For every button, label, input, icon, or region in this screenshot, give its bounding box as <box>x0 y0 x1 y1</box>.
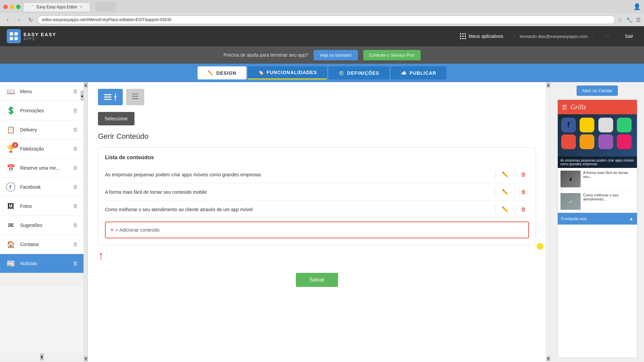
publicar-icon: ☁️ <box>401 70 407 76</box>
sidebar-scroll-down[interactable]: ▼ <box>0 352 84 362</box>
select-button[interactable]: Seleccione <box>98 112 135 125</box>
sidebar-delivery-delete-icon[interactable]: 🗑 <box>73 127 78 133</box>
content-top-buttons <box>98 89 536 105</box>
phone-contact-chevron: ▲ <box>629 216 634 221</box>
sidebar-item-noticias[interactable]: 📰 Notícias 🗑 <box>0 254 84 273</box>
sidebar-facebook-delete-icon[interactable]: 🗑 <box>73 184 78 190</box>
tutorials-button[interactable]: Veja os tutoriais! <box>314 50 358 60</box>
sidebar-scrollbar-up[interactable]: ▲ <box>84 83 88 87</box>
fotos-icon: 🖼 <box>5 201 16 212</box>
close-window-btn[interactable] <box>3 5 8 9</box>
sidebar-reserve-delete-icon[interactable]: 🗑 <box>73 165 78 171</box>
sidebar-fotos-label: Fotos <box>20 203 69 209</box>
sidebar-fotos-delete-icon[interactable]: 🗑 <box>73 203 78 209</box>
browser-titlebar: 📄 Easy Easy Apps Editor ✕ 👤 <box>0 0 644 13</box>
definicoes-tab-label: DEFINIÇÕES <box>347 70 379 76</box>
delete-item-1-button[interactable]: 🗑 <box>518 170 529 179</box>
add-content-button[interactable]: + + Adicionar conteúdo <box>105 222 529 238</box>
sugestoes-icon: ✉ <box>5 220 16 231</box>
maximize-window-btn[interactable] <box>16 5 20 9</box>
sidebar-scroll-area: 📖 Menu 🗑 💲 Promoções 🗑 📋 Delivery 🗑 🏆 <box>0 82 84 352</box>
edit-item-3-button[interactable]: ✏️ <box>499 205 511 214</box>
phone-app-header: ☰ Grillz <box>558 100 637 114</box>
save-button[interactable]: Salvar <box>296 273 338 287</box>
sidebar-sugestoes-delete-icon[interactable]: 🗑 <box>73 222 78 228</box>
sidebar-scroll-up[interactable]: ▲ <box>80 90 84 101</box>
divider-2b <box>515 188 515 196</box>
minimize-window-btn[interactable] <box>10 5 14 9</box>
pink-app-icon <box>617 134 632 149</box>
content-area: Seleccione Gerir Conteúdo Lista de conte… <box>88 82 546 362</box>
bookmark-icon[interactable]: ☆ <box>618 17 623 23</box>
open-on-phone-button[interactable]: Abrir no Celular <box>577 85 618 96</box>
tab-definicoes[interactable]: ⚙️ DEFINIÇÕES <box>328 66 389 79</box>
sidebar-item-contatos[interactable]: 🏠 Contatos 🗑 <box>0 235 84 254</box>
menu-icon[interactable]: ☰ <box>636 17 641 23</box>
user-profile-icon[interactable]: 👤 <box>633 3 641 10</box>
sidebar-promocoes-label: Promoções <box>20 108 69 113</box>
sidebar-item-delivery[interactable]: 📋 Delivery 🗑 <box>0 120 84 139</box>
account-icon[interactable]: ↔ <box>600 33 614 40</box>
sidebar-promocoes-delete-icon[interactable]: 🗑 <box>73 108 78 114</box>
sidebar-menu-delete-icon[interactable]: 🗑 <box>73 88 78 95</box>
add-content-label: + Adicionar conteúdo <box>115 227 159 233</box>
secondary-icon-button[interactable] <box>126 89 144 105</box>
forward-button[interactable]: › <box>15 15 23 24</box>
content-scroll-up[interactable]: ▲ <box>547 83 550 87</box>
svg-rect-3 <box>14 37 18 40</box>
phone-contact-bar[interactable]: Contacte-nos ▲ <box>558 213 637 225</box>
notes-app-icon <box>598 118 613 132</box>
back-button[interactable]: ‹ <box>3 15 12 24</box>
logout-button[interactable]: Sair <box>621 32 637 41</box>
sidebar-more-area <box>0 273 84 287</box>
svg-rect-8 <box>104 99 111 100</box>
red-app-icon <box>561 134 576 149</box>
refresh-button[interactable]: ↻ <box>26 15 35 24</box>
content-scroll-down[interactable]: ▼ <box>547 356 550 361</box>
list-icon-button[interactable] <box>98 89 123 105</box>
sidebar-contatos-delete-icon[interactable]: 🗑 <box>73 241 78 247</box>
sidebar-delivery-label: Delivery <box>20 127 69 132</box>
extension-icon[interactable]: 🔧 <box>626 17 633 23</box>
sidebar-scrollbar-down[interactable]: ▼ <box>84 356 88 361</box>
tab-close-icon[interactable]: ✕ <box>80 5 83 9</box>
news-thumb-img-2: 🗞 <box>560 193 581 210</box>
delete-item-2-button[interactable]: 🗑 <box>518 188 529 196</box>
sidebar-item-fidelizacao[interactable]: 🏆 1 Fidelização 🗑 <box>0 139 84 159</box>
content-wrapper: Seleccione Gerir Conteúdo Lista de conte… <box>88 82 550 362</box>
sidebar: ▲ 📖 Menu 🗑 💲 Promoções 🗑 📋 Delivery 🗑 <box>0 82 84 362</box>
logo-text: EASY EASY APPS <box>23 32 56 41</box>
pro-service-button[interactable]: Contrate o Serviço Pro! <box>363 50 421 60</box>
tab-publicar[interactable]: ☁️ PUBLICAR <box>391 66 446 79</box>
tab-design[interactable]: ✏️ DESIGN <box>198 66 247 79</box>
tab-funcionalidades[interactable]: 🏷️ FUNCIONALIDADES <box>248 66 327 79</box>
content-item-3: Como melhorar o seu atendimento ao clien… <box>105 201 529 218</box>
sidebar-sugestoes-label: Sugestões <box>20 223 69 228</box>
content-list-box: Lista de conteúdos As empresas pequenas … <box>98 147 536 245</box>
browser-chrome: 📄 Easy Easy Apps Editor ✕ 👤 ‹ › ↻ ☆ 🔧 ☰ <box>0 0 644 26</box>
sidebar-item-sugestoes[interactable]: ✉ Sugestões 🗑 <box>0 216 84 235</box>
edit-item-2-button[interactable]: ✏️ <box>499 187 511 196</box>
phone-apps-grid: f <box>558 114 637 153</box>
svg-rect-2 <box>10 37 13 40</box>
edit-item-1-button[interactable]: ✏️ <box>499 170 511 179</box>
svg-rect-10 <box>114 97 117 97</box>
sidebar-item-menu[interactable]: 📖 Menu 🗑 <box>0 82 84 101</box>
sidebar-item-facebook[interactable]: f Facebook 🗑 <box>0 178 84 197</box>
browser-tab[interactable]: 📄 Easy Easy Apps Editor ✕ <box>23 2 90 11</box>
sidebar-noticias-delete-icon[interactable]: 🗑 <box>73 260 78 266</box>
sidebar-item-fotos[interactable]: 🖼 Fotos 🗑 <box>0 197 84 216</box>
my-apps-button[interactable]: Meus aplicativos <box>456 31 507 41</box>
phone-hero-overlay: As empresas pequenas podem criar apps mó… <box>558 157 637 168</box>
red-arrow-indicator: ↑ <box>98 249 104 263</box>
yellow-app-icon <box>580 118 594 132</box>
sidebar-fidelizacao-delete-icon[interactable]: 🗑 <box>73 146 78 152</box>
delete-item-3-button[interactable]: 🗑 <box>518 205 529 214</box>
content-item-2-text: A forma mais fácil de tornar seu conteúd… <box>105 189 492 195</box>
purple-app-icon <box>598 134 613 149</box>
url-bar[interactable] <box>38 15 615 24</box>
funcionalidades-icon: 🏷️ <box>258 70 264 75</box>
sidebar-item-reserve[interactable]: 📅 Reserve uma me... 🗑 <box>0 159 84 178</box>
sidebar-item-promocoes[interactable]: 💲 Promoções 🗑 <box>0 101 84 120</box>
promocoes-icon: 💲 <box>5 105 16 116</box>
